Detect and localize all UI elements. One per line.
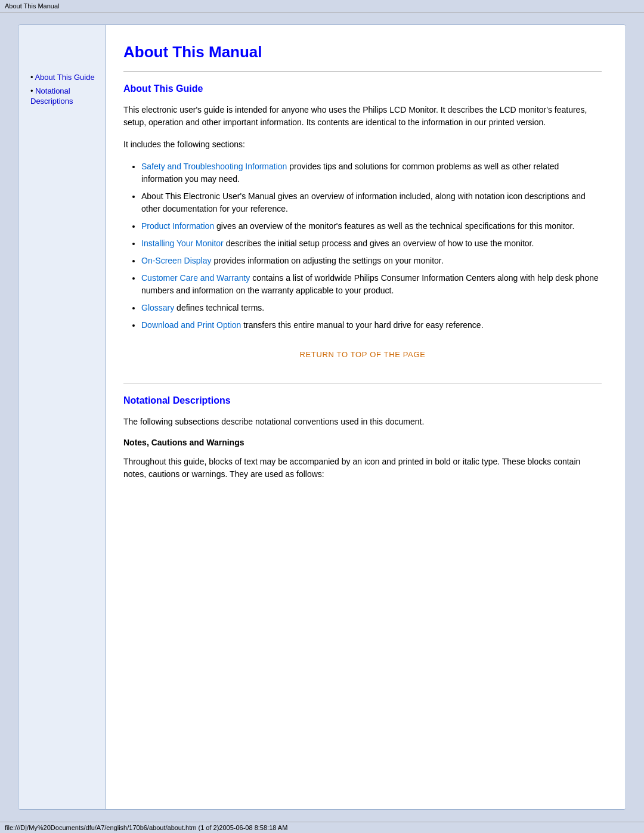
sidebar-bullet-2: • [30,86,35,95]
status-bar-text: file:///D|/My%20Documents/dfu/A7/english… [5,824,287,831]
title-bar-text: About This Manual [5,2,60,10]
divider-middle [123,383,602,383]
section1-para1: This electronic user's guide is intended… [123,104,602,129]
content-area: About This Manual About This Guide This … [105,25,626,809]
sidebar: • About This Guide • Notational Descript… [18,25,105,809]
list-item-text-4: provides information on adjusting the se… [212,256,444,265]
list-item: Download and Print Option transfers this… [141,319,602,332]
link-osd[interactable]: On-Screen Display [141,256,212,265]
section2-para1: The following subsections describe notat… [123,416,602,428]
section1-title: About This Guide [123,83,602,94]
list-item: On-Screen Display provides information o… [141,255,602,267]
list-item-text-1: About This Electronic User's Manual give… [141,191,586,213]
return-link-container: RETURN TO TOP OF THE PAGE [123,349,602,359]
section-notational: Notational Descriptions The following su… [123,395,602,481]
list-item-text-6: defines technical terms. [174,303,264,312]
list-item: Product Information gives an overview of… [141,220,602,233]
list-item-text-7: transfers this entire manual to your har… [241,320,483,330]
section1-para2: It includes the following sections: [123,138,602,151]
section2-para2: Throughout this guide, blocks of text ma… [123,456,602,481]
list-item: Glossary defines technical terms. [141,302,602,314]
sidebar-item-about[interactable]: • About This Guide [30,73,98,83]
page-title: About This Manual [123,43,602,61]
divider-top [123,71,602,72]
sidebar-link-about[interactable]: About This Guide [35,73,94,82]
list-item: Installing Your Monitor describes the in… [141,237,602,250]
sidebar-link-notational[interactable]: Notational Descriptions [30,86,73,106]
main-card: • About This Guide • Notational Descript… [18,24,626,810]
section2-title: Notational Descriptions [123,395,602,406]
outer-wrapper: • About This Guide • Notational Descript… [0,13,644,822]
section-about-guide: About This Guide This electronic user's … [123,83,602,359]
list-item: About This Electronic User's Manual give… [141,190,602,215]
list-item-text-3: describes the initial setup process and … [224,239,534,248]
return-to-top-link[interactable]: RETURN TO TOP OF THE PAGE [299,350,425,359]
link-safety[interactable]: Safety and Troubleshooting Information [141,162,287,171]
link-download[interactable]: Download and Print Option [141,320,241,330]
section2-subtitle: Notes, Cautions and Warnings [123,438,602,447]
title-bar: About This Manual [0,0,644,13]
list-item-text-2: gives an overview of the monitor's featu… [214,221,574,231]
link-product[interactable]: Product Information [141,221,214,231]
status-bar: file:///D|/My%20Documents/dfu/A7/english… [0,822,644,833]
link-glossary[interactable]: Glossary [141,303,174,312]
list-item: Customer Care and Warranty contains a li… [141,272,602,297]
sidebar-item-notational[interactable]: • Notational Descriptions [30,86,98,107]
link-customer[interactable]: Customer Care and Warranty [141,273,250,283]
bullet-list: Safety and Troubleshooting Information p… [123,160,602,332]
list-item: Safety and Troubleshooting Information p… [141,160,602,185]
link-installing[interactable]: Installing Your Monitor [141,239,224,248]
